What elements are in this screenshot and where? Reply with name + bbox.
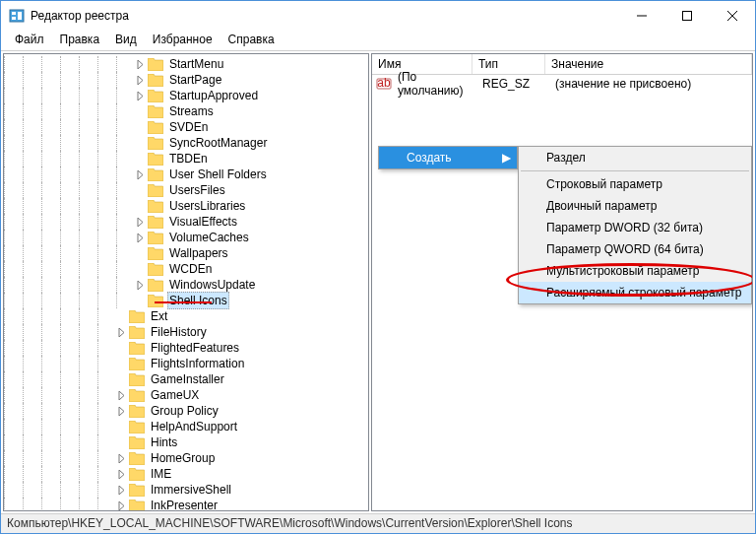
expander-closed-icon[interactable]	[116, 327, 127, 338]
tree-item[interactable]: FlightsInformation	[4, 356, 368, 371]
ctx-item[interactable]: Параметр QWORD (64 бита)	[519, 238, 751, 260]
tree-item[interactable]: UsersLibraries	[4, 198, 368, 214]
value-row[interactable]: ab (По умолчанию) REG_SZ (значение не пр…	[372, 75, 752, 93]
folder-icon	[129, 500, 145, 512]
tree-item[interactable]: StartPage	[4, 72, 368, 88]
expander-closed-icon[interactable]	[116, 406, 127, 417]
tree-item-label: Ext	[149, 308, 169, 324]
expander-none	[116, 437, 127, 448]
tree-item-label: HelpAndSupport	[149, 419, 239, 434]
tree-item[interactable]: Wallpapers	[4, 245, 368, 261]
expander-closed-icon[interactable]	[135, 233, 146, 243]
menu-view[interactable]: Вид	[107, 31, 145, 50]
titlebar: Редактор реестра	[1, 1, 755, 31]
tree-item[interactable]: HomeGroup	[4, 450, 368, 466]
tree-item[interactable]: InkPresenter	[4, 498, 368, 511]
window-buttons	[619, 1, 755, 31]
menu-file[interactable]: Файл	[7, 31, 52, 50]
folder-icon	[148, 200, 163, 213]
tree-item[interactable]: Shell Icons	[4, 293, 368, 308]
tree-item-label: WindowsUpdate	[167, 277, 257, 293]
tree-item[interactable]: ImmersiveShell	[4, 482, 368, 498]
tree-item[interactable]: StartupApproved	[4, 88, 368, 103]
folder-icon	[129, 452, 145, 465]
menu-favorites[interactable]: Избранное	[145, 31, 220, 50]
ctx-create[interactable]: Создать ▶	[379, 147, 517, 168]
expander-closed-icon[interactable]	[135, 59, 146, 70]
tree-item[interactable]: SVDEn	[4, 119, 368, 135]
tree-item[interactable]: UsersFiles	[4, 182, 368, 198]
submenu-arrow-icon: ▶	[502, 151, 511, 165]
tree-item[interactable]: StartMenu	[4, 56, 368, 72]
tree-item[interactable]: VisualEffects	[4, 214, 368, 230]
menu-help[interactable]: Справка	[220, 31, 283, 50]
ctx-create-label: Создать	[407, 151, 452, 165]
ctx-item-label: Параметр DWORD (32 бита)	[546, 221, 703, 234]
expander-closed-icon[interactable]	[116, 390, 127, 401]
expander-closed-icon[interactable]	[116, 453, 127, 464]
tree-item-label: Hints	[149, 434, 179, 450]
ctx-item[interactable]: Строковый параметр	[519, 173, 751, 195]
tree-item-label: FileHistory	[149, 324, 209, 340]
tree-item[interactable]: HelpAndSupport	[4, 419, 368, 434]
ctx-item[interactable]: Параметр DWORD (32 бита)	[519, 217, 751, 238]
ctx-item-label: Раздел	[546, 151, 586, 165]
tree-item[interactable]: Hints	[4, 434, 368, 450]
tree-item[interactable]: TBDEn	[4, 151, 368, 167]
tree-item[interactable]: WindowsUpdate	[4, 277, 368, 293]
svg-rect-2	[12, 17, 16, 20]
maximize-button[interactable]	[664, 1, 710, 31]
string-value-icon: ab	[376, 76, 392, 92]
expander-closed-icon[interactable]	[116, 501, 127, 511]
tree-item[interactable]: FlightedFeatures	[4, 340, 368, 356]
folder-icon	[129, 468, 145, 481]
folder-icon	[129, 405, 145, 418]
expander-closed-icon[interactable]	[135, 217, 146, 228]
tree-item-label: InkPresenter	[149, 498, 220, 511]
tree-item[interactable]: GameInstaller	[4, 371, 368, 387]
regedit-icon	[9, 8, 25, 24]
folder-icon	[148, 121, 163, 134]
minimize-button[interactable]	[619, 1, 664, 31]
ctx-item[interactable]: Двоичный параметр	[519, 195, 751, 217]
folder-icon	[129, 421, 145, 434]
expander-closed-icon[interactable]	[116, 485, 127, 496]
tree-item[interactable]: SyncRootManager	[4, 135, 368, 151]
tree-item[interactable]: Ext	[4, 308, 368, 324]
expander-none	[135, 106, 146, 117]
ctx-item[interactable]: Раздел	[519, 147, 751, 168]
expander-none	[135, 185, 146, 196]
tree-item-label: SVDEn	[167, 119, 210, 135]
col-type[interactable]: Тип	[472, 54, 545, 74]
tree-pane[interactable]: StartMenuStartPageStartupApprovedStreams…	[3, 53, 369, 511]
svg-rect-3	[18, 12, 22, 20]
tree-item[interactable]: Streams	[4, 103, 368, 119]
tree-item[interactable]: VolumeCaches	[4, 230, 368, 245]
expander-closed-icon[interactable]	[135, 280, 146, 291]
folder-icon	[129, 373, 145, 386]
tree-item[interactable]: User Shell Folders	[4, 167, 368, 182]
tree-item[interactable]: GameUX	[4, 387, 368, 403]
folder-icon	[148, 74, 163, 87]
expander-none	[135, 248, 146, 259]
col-value[interactable]: Значение	[545, 54, 752, 74]
statusbar: Компьютер\HKEY_LOCAL_MACHINE\SOFTWARE\Mi…	[1, 513, 755, 533]
expander-closed-icon[interactable]	[135, 75, 146, 86]
ctx-separator	[521, 170, 749, 171]
expander-closed-icon[interactable]	[116, 469, 127, 480]
expander-none	[135, 296, 146, 306]
expander-closed-icon[interactable]	[135, 169, 146, 180]
expander-closed-icon[interactable]	[135, 91, 146, 101]
ctx-item-label: Двоичный параметр	[546, 199, 658, 213]
svg-text:ab: ab	[377, 76, 391, 90]
tree-item-label: GameInstaller	[149, 371, 226, 387]
tree-item-label: WCDEn	[167, 261, 214, 277]
tree-item[interactable]: WCDEn	[4, 261, 368, 277]
tree-item[interactable]: FileHistory	[4, 324, 368, 340]
folder-icon	[129, 389, 145, 402]
close-button[interactable]	[710, 1, 755, 31]
values-pane[interactable]: Имя Тип Значение ab (По умолчанию) REG_S…	[371, 53, 753, 511]
tree-item[interactable]: Group Policy	[4, 403, 368, 419]
menu-edit[interactable]: Правка	[52, 31, 108, 50]
tree-item[interactable]: IME	[4, 466, 368, 482]
